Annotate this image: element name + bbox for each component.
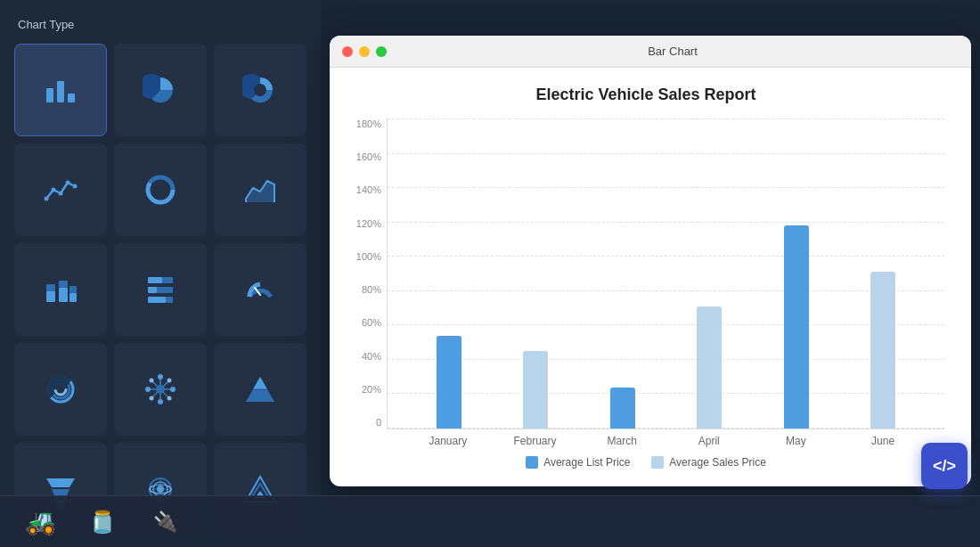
main-window: Bar Chart Electric Vehicle Sales Report … bbox=[330, 36, 971, 486]
chart-type-hstacked[interactable] bbox=[114, 243, 207, 336]
chart-type-sunburst[interactable] bbox=[114, 343, 207, 436]
svg-point-7 bbox=[52, 188, 56, 192]
y-label-20: 20% bbox=[362, 384, 381, 395]
y-label-60: 60% bbox=[362, 317, 381, 328]
bars-row bbox=[388, 118, 944, 429]
y-label-140: 140% bbox=[356, 184, 381, 195]
svg-point-38 bbox=[158, 374, 163, 380]
taskbar-toy-car[interactable]: 🚜 bbox=[18, 503, 62, 541]
svg-rect-16 bbox=[59, 288, 68, 302]
svg-rect-17 bbox=[59, 281, 68, 288]
bar-group-april bbox=[697, 306, 722, 429]
chart-type-donut2[interactable] bbox=[114, 143, 207, 236]
y-label-40: 40% bbox=[362, 351, 381, 362]
svg-rect-24 bbox=[148, 297, 166, 303]
x-label-may: May bbox=[769, 435, 822, 447]
svg-rect-18 bbox=[69, 293, 77, 302]
code-badge[interactable]: </> bbox=[921, 443, 968, 489]
bar-group-march bbox=[610, 388, 635, 429]
y-label-120: 120% bbox=[356, 218, 381, 229]
chart-type-area[interactable] bbox=[214, 143, 306, 236]
window-titlebar: Bar Chart bbox=[330, 36, 971, 68]
chart-type-grid bbox=[14, 44, 306, 535]
code-badge-label: </> bbox=[933, 457, 956, 476]
chart-type-line[interactable] bbox=[14, 143, 107, 236]
legend: Average List Price Average Sales Price bbox=[347, 456, 944, 469]
svg-rect-2 bbox=[68, 94, 75, 102]
y-label-180: 180% bbox=[356, 118, 381, 129]
bar-sales-june bbox=[870, 272, 895, 429]
taskbar-cable[interactable]: 🔌 bbox=[143, 503, 187, 541]
legend-sales-price-label: Average Sales Price bbox=[669, 456, 766, 469]
svg-point-8 bbox=[59, 192, 63, 196]
svg-rect-20 bbox=[148, 277, 162, 283]
svg-point-10 bbox=[73, 184, 78, 189]
svg-marker-49 bbox=[46, 478, 75, 487]
svg-point-37 bbox=[156, 385, 165, 394]
svg-marker-47 bbox=[253, 377, 267, 389]
bar-group-january bbox=[437, 336, 461, 429]
chart-inner: 180% 160% 140% 120% 100% 80% 60% 40% 20%… bbox=[347, 118, 944, 429]
chart-area: 180% 160% 140% 120% 100% 80% 60% 40% 20%… bbox=[347, 118, 944, 469]
chart-type-radial[interactable] bbox=[14, 343, 107, 436]
chart-type-pyramid[interactable] bbox=[214, 343, 306, 436]
bar-group-june bbox=[870, 272, 895, 429]
bar-sales-april bbox=[697, 306, 722, 429]
bar-list-march bbox=[610, 388, 635, 429]
bar-list-january bbox=[437, 336, 461, 429]
svg-point-40 bbox=[145, 387, 151, 392]
legend-list-price-label: Average List Price bbox=[543, 456, 630, 469]
taskbar-salt[interactable]: 🫙 bbox=[80, 503, 125, 541]
svg-rect-25 bbox=[166, 297, 173, 303]
close-button[interactable] bbox=[342, 46, 353, 57]
x-axis: JanuaryFebruaryMarchAprilMayJune bbox=[347, 429, 944, 447]
svg-rect-0 bbox=[46, 88, 53, 102]
minimize-button[interactable] bbox=[359, 46, 370, 57]
svg-rect-15 bbox=[46, 284, 55, 291]
chart-type-bar[interactable] bbox=[14, 44, 107, 136]
legend-list-price-color bbox=[526, 456, 538, 469]
x-label-january: January bbox=[421, 435, 475, 447]
svg-point-42 bbox=[167, 379, 172, 383]
legend-sales-price: Average Sales Price bbox=[651, 456, 766, 469]
x-label-february: February bbox=[508, 435, 561, 447]
x-label-march: March bbox=[595, 435, 649, 447]
chart-title: Electric Vehicle Sales Report bbox=[347, 86, 944, 104]
legend-sales-price-color bbox=[651, 456, 664, 469]
x-label-june: June bbox=[856, 435, 910, 447]
svg-point-9 bbox=[66, 181, 70, 185]
y-label-80: 80% bbox=[362, 284, 381, 295]
svg-rect-14 bbox=[46, 291, 55, 302]
window-title: Bar Chart bbox=[387, 45, 959, 58]
legend-list-price: Average List Price bbox=[526, 456, 630, 469]
bars-container bbox=[387, 118, 944, 429]
x-label-april: April bbox=[682, 435, 736, 447]
svg-rect-19 bbox=[69, 286, 77, 293]
chart-type-pie[interactable] bbox=[114, 44, 207, 136]
bar-list-may bbox=[784, 225, 809, 429]
panel-title: Chart Type bbox=[14, 18, 306, 31]
y-label-0: 0 bbox=[376, 417, 381, 428]
y-label-160: 160% bbox=[356, 151, 381, 162]
svg-point-43 bbox=[150, 379, 154, 383]
svg-point-5 bbox=[254, 84, 266, 96]
bar-group-february bbox=[523, 351, 548, 429]
taskbar: 🚜 🫙 🔌 bbox=[0, 495, 980, 547]
svg-point-44 bbox=[167, 396, 172, 401]
window-body: Electric Vehicle Sales Report 180% 160% … bbox=[330, 68, 971, 486]
left-panel: Chart Type bbox=[0, 0, 321, 495]
svg-point-41 bbox=[158, 399, 163, 404]
maximize-button[interactable] bbox=[376, 46, 387, 57]
y-label-100: 100% bbox=[356, 251, 381, 262]
svg-point-13 bbox=[153, 183, 167, 197]
chart-type-gauge[interactable] bbox=[214, 243, 306, 336]
svg-rect-21 bbox=[162, 277, 173, 283]
chart-type-stacked[interactable] bbox=[14, 243, 107, 336]
bar-group-may bbox=[784, 225, 809, 429]
svg-rect-23 bbox=[157, 287, 173, 293]
svg-point-39 bbox=[170, 387, 176, 392]
svg-rect-1 bbox=[57, 81, 64, 102]
chart-type-donut[interactable] bbox=[214, 44, 306, 136]
svg-point-45 bbox=[150, 396, 154, 401]
bar-sales-february bbox=[523, 351, 548, 429]
